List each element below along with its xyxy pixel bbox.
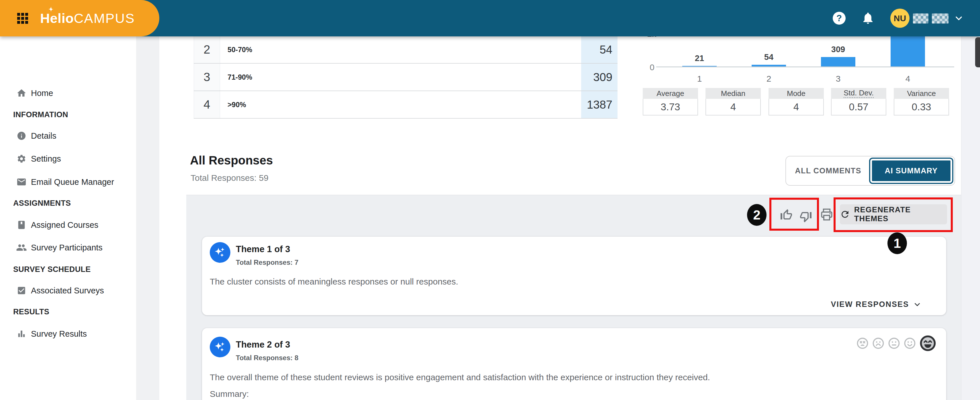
- stat-label: Median: [721, 89, 745, 98]
- stat-label: Mode: [787, 89, 805, 98]
- x-axis-tick: 3: [821, 74, 855, 84]
- ai-sparkle-icon: [210, 337, 231, 357]
- book-icon: [16, 219, 27, 231]
- theme-total-responses: Total Responses: 8: [236, 354, 298, 362]
- theme-title: Theme 1 of 3: [236, 244, 290, 255]
- chart-bar-1: [682, 66, 717, 67]
- redacted-username-block: [932, 13, 948, 24]
- sidebar-section-survey-schedule: SURVEY SCHEDULE: [13, 264, 91, 274]
- sidebar-item-email-queue-manager[interactable]: Email Queue Manager: [0, 175, 136, 189]
- x-axis-tick: 1: [682, 74, 717, 84]
- y-axis-zero-label: 0: [645, 62, 654, 72]
- chart-bar-2: [752, 65, 786, 67]
- stat-value: 4: [705, 99, 761, 115]
- score-cell: 4: [194, 91, 220, 118]
- annotation-badge-2: 2: [747, 204, 767, 226]
- score-cell: 3: [194, 64, 220, 91]
- apps-grid-icon[interactable]: [17, 13, 28, 24]
- chart-value-label: 21: [682, 54, 717, 63]
- chart-bar-4: [891, 35, 925, 67]
- logo-sparkle-icon: [48, 6, 54, 12]
- tab-ai-summary[interactable]: AI SUMMARY: [869, 158, 953, 184]
- sidebar-section-results: RESULTS: [13, 307, 49, 317]
- sidebar: Home INFORMATION Details Settings Email …: [0, 37, 136, 400]
- help-icon[interactable]: ?: [833, 12, 846, 25]
- theme-title: Theme 2 of 3: [236, 339, 290, 350]
- theme-total-responses: Total Responses: 7: [236, 258, 298, 266]
- brand-logo-block: HelioCAMPUS: [0, 0, 159, 37]
- chevron-down-icon[interactable]: [954, 13, 964, 24]
- tab-all-comments[interactable]: ALL COMMENTS: [787, 158, 869, 184]
- theme-body-text: The cluster consists of meaningless resp…: [210, 277, 929, 287]
- avatar[interactable]: NU: [890, 9, 910, 28]
- response-distribution-chart: 2k 0 21 54 309 1 2 3 4 Average 3.73 Medi…: [643, 36, 958, 119]
- stat-value: 0.57: [831, 99, 886, 115]
- theme-body-text: The overall theme of these student revie…: [210, 373, 929, 382]
- theme-summary-label: Summary:: [210, 389, 929, 399]
- view-responses-label: VIEW RESPONSES: [831, 300, 909, 309]
- chevron-down-icon: [913, 300, 921, 309]
- sidebar-gutter: [136, 37, 159, 400]
- annotation-box-2: [769, 198, 819, 231]
- annotation-box-1: [834, 198, 953, 232]
- checkbox-icon: [16, 285, 27, 296]
- range-cell: 50-70%: [220, 36, 581, 63]
- score-distribution-table: 2 50-70% 54 3 71-90% 309 4 >90% 1387: [194, 36, 617, 119]
- people-icon: [16, 242, 27, 253]
- score-cell: 2: [194, 36, 220, 63]
- info-icon: [16, 130, 27, 142]
- mail-icon: [16, 176, 27, 188]
- home-icon: [16, 88, 27, 99]
- stat-std-dev: Std. Dev. 0.57: [831, 88, 886, 115]
- x-axis-tick: 2: [752, 74, 786, 84]
- sidebar-item-survey-participants[interactable]: Survey Participants: [0, 241, 136, 255]
- theme-card-1: Theme 1 of 3 Total Responses: 7 The clus…: [202, 237, 946, 315]
- sidebar-item-label: Email Queue Manager: [31, 177, 114, 187]
- bell-icon[interactable]: [861, 11, 875, 25]
- stat-label: Average: [657, 89, 684, 98]
- range-cell: >90%: [220, 91, 581, 118]
- sidebar-item-survey-results[interactable]: Survey Results: [0, 327, 136, 341]
- range-cell: 71-90%: [220, 64, 581, 91]
- table-row: 3 71-90% 309: [194, 64, 617, 91]
- sidebar-item-assigned-courses[interactable]: Assigned Courses: [0, 218, 136, 232]
- table-row: 4 >90% 1387: [194, 91, 617, 119]
- stat-value: 0.33: [894, 99, 949, 115]
- count-cell: 309: [581, 64, 617, 91]
- page-scrollbar-thumb[interactable]: [975, 37, 980, 67]
- chart-bar-3: [821, 57, 855, 67]
- count-cell: 54: [581, 36, 617, 63]
- avatar-initials: NU: [894, 13, 906, 23]
- chart-plot-area: 21 54 309: [656, 36, 954, 67]
- sidebar-section-assignments: ASSIGNMENTS: [13, 198, 71, 208]
- app-root: HelioCAMPUS ? NU Home INFORMATION Detail…: [0, 0, 980, 400]
- stat-mode: Mode 4: [768, 88, 824, 115]
- theme-card-2: Theme 2 of 3 Total Responses: 8: [202, 328, 946, 400]
- sidebar-item-label: Survey Results: [31, 329, 87, 339]
- sidebar-item-associated-surveys[interactable]: Associated Surveys: [0, 284, 136, 297]
- sad-face-icon[interactable]: [872, 337, 884, 349]
- sidebar-section-information: INFORMATION: [13, 110, 68, 120]
- sidebar-item-home[interactable]: Home: [0, 86, 136, 100]
- table-row: 2 50-70% 54: [194, 36, 617, 64]
- count-cell: 1387: [581, 91, 617, 118]
- comments-summary-toggle: ALL COMMENTS AI SUMMARY: [786, 156, 955, 186]
- printer-icon[interactable]: [819, 207, 834, 222]
- sidebar-item-label: Settings: [31, 154, 61, 164]
- stat-value: 4: [768, 99, 824, 115]
- gear-icon: [16, 153, 27, 164]
- sidebar-item-label: Assigned Courses: [31, 220, 98, 230]
- dead-face-icon[interactable]: [856, 337, 869, 349]
- chart-value-label: 54: [752, 53, 786, 62]
- grin-face-icon-selected[interactable]: [920, 335, 936, 352]
- page-scrollbar-track[interactable]: [961, 37, 980, 400]
- brand-secondary: CAMPUS: [74, 10, 135, 26]
- chart-value-label: 309: [821, 45, 855, 54]
- view-responses-button[interactable]: VIEW RESPONSES: [831, 300, 921, 309]
- stat-label[interactable]: Std. Dev.: [843, 89, 874, 98]
- sidebar-item-settings[interactable]: Settings: [0, 152, 136, 166]
- smile-face-icon[interactable]: [904, 337, 916, 349]
- brand-logo: HelioCAMPUS: [40, 0, 135, 37]
- sidebar-item-details[interactable]: Details: [0, 129, 136, 143]
- neutral-face-icon[interactable]: [888, 337, 900, 349]
